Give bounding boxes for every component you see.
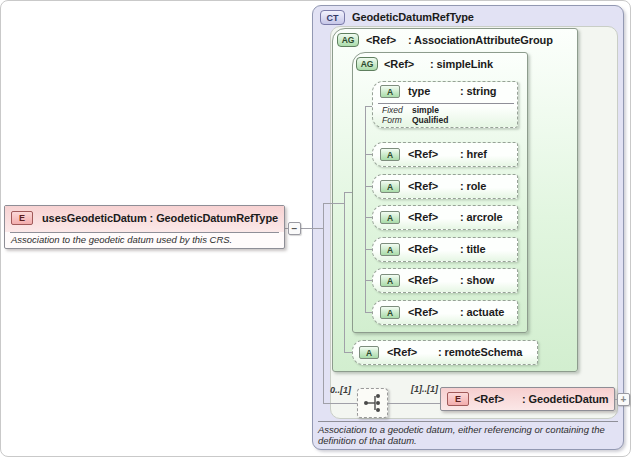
connector-stub-show: [365, 280, 372, 281]
connector-stub-type: [365, 106, 372, 107]
occurrence-label-before: 0..[1]: [330, 385, 351, 395]
facet-fixed-value: simple: [412, 105, 439, 115]
attribute-show-ref: <Ref>: [408, 274, 438, 286]
attribute-remoteschema-ref: <Ref>: [387, 346, 417, 358]
facet-form-value: Qualified: [412, 115, 448, 125]
connector-to-simplelink: [344, 192, 352, 193]
ct-annotation: Association to a geodetic datum, either …: [318, 424, 610, 446]
occurrence-label-after: [1]..[1]: [411, 384, 438, 394]
attribute-remoteschema-icon: A: [359, 346, 379, 359]
collapse-button[interactable]: −: [288, 222, 301, 235]
connector-to-attributegroup: [323, 203, 344, 204]
connector-stub-actuate: [365, 312, 372, 313]
attribute-actuate-icon: A: [380, 306, 400, 319]
attribute-title-type: : title: [460, 243, 486, 255]
attribute-title-icon: A: [380, 243, 400, 256]
sequence-compositor[interactable]: [357, 388, 388, 418]
complextype-icon: CT: [320, 10, 345, 25]
connector-to-remoteschema: [344, 352, 352, 353]
attribute-title-ref: <Ref>: [408, 243, 438, 255]
connector-sequence-to-element: [388, 403, 440, 404]
connector-to-sequence: [323, 403, 357, 404]
element-geodeticdatum-icon: E: [447, 392, 469, 406]
connector-main-vertical: [323, 203, 324, 404]
element-usesgeodeticdatum-icon: E: [11, 211, 33, 225]
element-geodeticdatum-type: : GeodeticDatum: [522, 393, 609, 405]
ct-annotation-separator: [318, 421, 618, 422]
connector-stub-href: [365, 154, 372, 155]
attributegroup-icon: AG: [337, 33, 359, 47]
attribute-arcrole-ref: <Ref>: [408, 211, 438, 223]
attribute-href-icon: A: [380, 148, 400, 161]
attribute-type-name: type: [408, 85, 430, 97]
connector-attributegroup-vertical: [344, 192, 345, 353]
simplelink-ref-label: <Ref>: [384, 58, 414, 70]
connector-stub-arcrole: [365, 217, 372, 218]
attribute-type-icon: A: [380, 85, 400, 98]
schema-diagram: CT GeodeticDatumRefType AG <Ref> : Assoc…: [0, 0, 631, 457]
element-usesgeodeticdatum-annotation: Association to the geodetic datum used b…: [11, 234, 279, 245]
attributegroup-type-label: : AssociationAttributeGroup: [408, 34, 553, 46]
attribute-href-ref: <Ref>: [408, 148, 438, 160]
element-annotation-separator: [10, 232, 279, 233]
attribute-type-datatype: : string: [460, 85, 496, 97]
complextype-title: GeodeticDatumRefType: [352, 11, 474, 23]
attribute-actuate-ref: <Ref>: [408, 306, 438, 318]
attribute-href-type: : href: [460, 148, 487, 160]
attribute-role-ref: <Ref>: [408, 180, 438, 192]
connector-simplelink-vertical: [365, 106, 366, 313]
attribute-actuate-type: : actuate: [460, 306, 504, 318]
expand-button[interactable]: +: [617, 393, 630, 406]
attribute-show-icon: A: [380, 274, 400, 287]
attribute-arcrole-type: : arcrole: [460, 211, 503, 223]
connector-stub-title: [365, 249, 372, 250]
facet-form-label: Form: [382, 115, 402, 126]
attributegroup-ref-label: <Ref>: [366, 34, 396, 46]
element-usesgeodeticdatum-title: usesGeodeticDatum : GeodeticDatumRefType: [42, 212, 278, 224]
attribute-arcrole-icon: A: [380, 211, 400, 224]
sequence-icon: [358, 389, 387, 417]
attribute-role-type: : role: [460, 180, 486, 192]
simplelink-type-label: : simpleLink: [430, 58, 493, 70]
attribute-role-icon: A: [380, 180, 400, 193]
attribute-show-type: : show: [460, 274, 494, 286]
attribute-remoteschema-type: : remoteSchema: [438, 346, 522, 358]
simplelink-icon: AG: [356, 57, 378, 71]
connector-stub-role: [365, 186, 372, 187]
element-geodeticdatum-ref: <Ref>: [474, 393, 504, 405]
facet-separator: [378, 103, 514, 104]
